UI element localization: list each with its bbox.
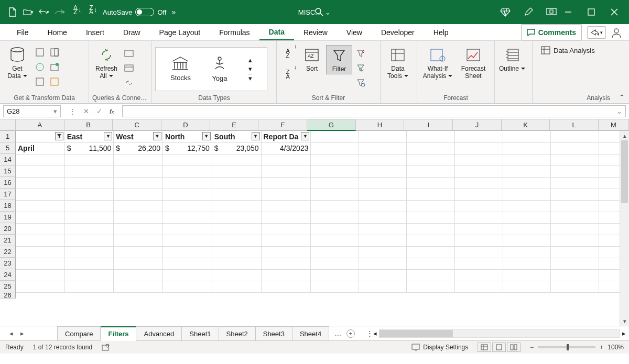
- header-cell[interactable]: West▼: [114, 131, 163, 142]
- expand-formula-icon[interactable]: ⌄: [616, 107, 622, 115]
- cell[interactable]: $23,050: [212, 142, 261, 154]
- col-header[interactable]: K: [502, 119, 550, 131]
- filter-dropdown-icon[interactable]: ▼: [252, 132, 260, 140]
- share-button[interactable]: ▾: [587, 26, 606, 39]
- scroll-thumb[interactable]: [379, 330, 453, 337]
- tab-draw[interactable]: Draw: [114, 24, 150, 40]
- sheet-tab[interactable]: Sheet4: [292, 326, 329, 340]
- data-type-yoga[interactable]: Yoga: [212, 56, 227, 82]
- accept-formula-icon[interactable]: ✓: [96, 107, 102, 115]
- horizontal-scrollbar[interactable]: ⋮ ◂ ▸: [360, 326, 629, 340]
- sort-button[interactable]: AZ Sort: [300, 45, 324, 72]
- sort-az-icon[interactable]: AZ↓: [283, 47, 296, 60]
- autosave-toggle[interactable]: AutoSave Off: [103, 8, 166, 16]
- undo-icon[interactable]: ▾: [39, 7, 49, 17]
- qat-overflow-icon[interactable]: »: [171, 8, 176, 16]
- advanced-filter-icon[interactable]: [354, 76, 367, 89]
- cancel-formula-icon[interactable]: ✕: [83, 107, 89, 115]
- split-handle-icon[interactable]: ⋮: [366, 329, 373, 337]
- edit-links-icon[interactable]: [123, 76, 135, 89]
- filter-button[interactable]: Filter: [326, 45, 352, 74]
- formula-input[interactable]: ⌄: [122, 105, 626, 117]
- cell-area[interactable]: East▼ West▼ North▼ South▼ Report Da▼ Apr…: [16, 131, 629, 293]
- tab-file[interactable]: File: [7, 24, 38, 40]
- sheet-tab[interactable]: Filters: [101, 326, 136, 341]
- row-header[interactable]: 19: [0, 212, 16, 223]
- from-table-icon[interactable]: [34, 61, 46, 73]
- minimize-icon[interactable]: [563, 7, 573, 17]
- row-header[interactable]: 21: [0, 235, 16, 246]
- row-header[interactable]: 17: [0, 189, 16, 200]
- row-header[interactable]: 26: [0, 292, 16, 299]
- col-header[interactable]: E: [210, 119, 259, 131]
- tab-insert[interactable]: Insert: [77, 24, 114, 40]
- header-cell[interactable]: East▼: [64, 131, 114, 142]
- tab-page-layout[interactable]: Page Layout: [150, 24, 210, 40]
- tab-formulas[interactable]: Formulas: [210, 24, 259, 40]
- sort-asc-icon[interactable]: AZ↓: [70, 7, 81, 17]
- avatar-icon[interactable]: [610, 26, 623, 39]
- col-header[interactable]: A: [16, 119, 64, 131]
- reapply-icon[interactable]: [354, 62, 367, 74]
- cell[interactable]: $12,750: [163, 142, 212, 154]
- tab-data[interactable]: Data: [259, 24, 294, 40]
- from-text-icon[interactable]: [34, 46, 46, 59]
- data-analysis-button[interactable]: Data Analysis: [541, 46, 595, 54]
- cell[interactable]: April: [16, 142, 64, 154]
- forecast-sheet-button[interactable]: Forecast Sheet: [457, 45, 490, 80]
- filter-dropdown-icon[interactable]: ▼: [104, 132, 112, 140]
- recent-sources-icon[interactable]: [48, 61, 61, 73]
- scroll-down-icon[interactable]: ▾: [620, 316, 629, 326]
- row-header[interactable]: 15: [0, 166, 16, 177]
- header-cell[interactable]: [16, 131, 64, 142]
- data-type-stocks[interactable]: Stocks: [170, 56, 191, 82]
- col-header[interactable]: G: [307, 119, 356, 131]
- sheet-tab[interactable]: Compare: [58, 326, 101, 340]
- select-all-corner[interactable]: [0, 119, 16, 131]
- close-icon[interactable]: [609, 7, 620, 17]
- get-data-button[interactable]: Get Data: [3, 45, 31, 80]
- tab-developer[interactable]: Developer: [372, 24, 424, 40]
- cell[interactable]: $26,200: [114, 142, 163, 154]
- collapse-ribbon-icon[interactable]: ⌃: [619, 93, 625, 101]
- redo-icon[interactable]: ▾: [55, 7, 65, 17]
- row-header[interactable]: 16: [0, 177, 16, 189]
- col-header[interactable]: M: [599, 119, 629, 131]
- filter-dropdown-icon[interactable]: ▼: [301, 132, 309, 140]
- header-cell[interactable]: Report Da▼: [261, 131, 311, 142]
- sort-za-icon[interactable]: ZA↓: [283, 68, 296, 81]
- tab-home[interactable]: Home: [38, 24, 77, 40]
- gallery-scroll[interactable]: ▴▾▾: [248, 56, 252, 82]
- outline-button[interactable]: Outline: [498, 45, 526, 72]
- col-header[interactable]: L: [550, 119, 599, 131]
- row-header[interactable]: 20: [0, 223, 16, 235]
- tab-help[interactable]: Help: [424, 24, 458, 40]
- sheet-tab[interactable]: Sheet2: [219, 326, 256, 340]
- pen-icon[interactable]: [523, 7, 534, 17]
- existing-conn-icon[interactable]: [34, 75, 46, 88]
- sort-desc-icon[interactable]: ZA↓: [86, 7, 96, 17]
- display-settings-button[interactable]: Display Settings: [411, 344, 468, 351]
- clear-filter-icon[interactable]: [354, 47, 367, 60]
- filter-dropdown-icon[interactable]: [55, 132, 63, 140]
- row-header[interactable]: 25: [0, 281, 16, 292]
- normal-view-icon[interactable]: [478, 343, 491, 352]
- open-folder-icon[interactable]: ▾: [23, 7, 34, 17]
- filter-dropdown-icon[interactable]: ▼: [153, 132, 161, 140]
- fx-icon[interactable]: fx: [110, 107, 114, 115]
- zoom-value[interactable]: 100%: [608, 344, 624, 351]
- diamond-icon[interactable]: [500, 7, 511, 17]
- scroll-left-icon[interactable]: ◂: [373, 329, 377, 337]
- cell[interactable]: 4/3/2023: [261, 142, 311, 154]
- zoom-out-icon[interactable]: −: [530, 344, 534, 351]
- sheet-tab[interactable]: Sheet1: [182, 326, 219, 340]
- col-header[interactable]: H: [356, 119, 405, 131]
- scroll-up-icon[interactable]: ▴: [620, 131, 629, 140]
- header-cell[interactable]: South▼: [212, 131, 261, 142]
- queries-pane-icon[interactable]: [123, 47, 135, 60]
- from-pic-icon[interactable]: [48, 75, 61, 88]
- whatif-button[interactable]: ? What-If Analysis: [420, 45, 455, 80]
- scroll-thumb[interactable]: [621, 140, 628, 203]
- properties-icon[interactable]: [123, 62, 135, 74]
- search-icon[interactable]: [314, 7, 324, 17]
